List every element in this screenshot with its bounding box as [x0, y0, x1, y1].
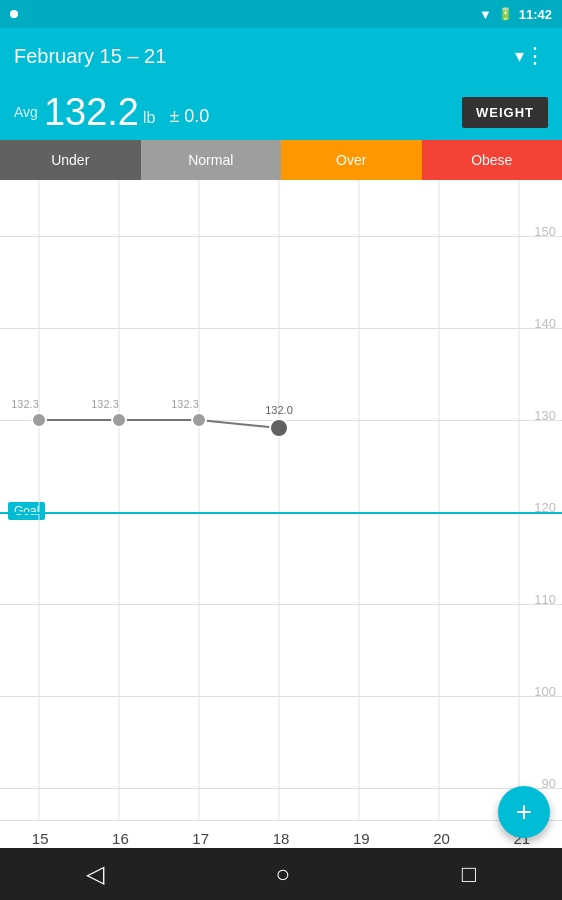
category-over[interactable]: Over	[281, 140, 422, 180]
svg-point-8	[112, 413, 126, 427]
avg-value: 132.2	[44, 93, 139, 131]
weight-button[interactable]: WEIGHT	[462, 97, 548, 128]
battery-icon: 🔋	[498, 7, 513, 21]
more-options-icon[interactable]: ⋮	[524, 43, 548, 69]
chart-svg: 132.3 132.3 132.3 132.0	[0, 180, 562, 820]
status-time: 11:42	[519, 7, 552, 22]
svg-text:132.3: 132.3	[91, 398, 119, 410]
svg-text:132.3: 132.3	[171, 398, 199, 410]
goal-line	[0, 512, 562, 514]
svg-text:132.3: 132.3	[11, 398, 39, 410]
chart-area: 150 140 130 120 110 100 90 Goal 132.3 13…	[0, 180, 562, 820]
avg-label: Avg	[14, 104, 38, 120]
recents-nav-icon[interactable]: □	[462, 860, 477, 888]
home-nav-icon[interactable]: ○	[275, 860, 290, 888]
back-nav-icon[interactable]: ◁	[86, 860, 104, 888]
notification-dot	[10, 10, 18, 18]
category-obese[interactable]: Obese	[422, 140, 563, 180]
status-left	[10, 10, 479, 18]
header: February 15 – 21 ▾ ⋮	[0, 28, 562, 84]
dropdown-icon[interactable]: ▾	[515, 45, 524, 67]
delta-value: ± 0.0	[169, 106, 209, 127]
svg-point-7	[32, 413, 46, 427]
category-normal[interactable]: Normal	[141, 140, 282, 180]
avg-row: Avg 132.2 lb ± 0.0 WEIGHT	[0, 84, 562, 140]
svg-point-10	[270, 419, 288, 437]
svg-text:132.0: 132.0	[265, 404, 293, 416]
add-entry-fab[interactable]: +	[498, 786, 550, 838]
nav-bar: ◁ ○ □	[0, 848, 562, 900]
category-under[interactable]: Under	[0, 140, 141, 180]
svg-point-9	[192, 413, 206, 427]
date-range: February 15 – 21	[14, 45, 509, 68]
status-bar: ▼ 🔋 11:42	[0, 0, 562, 28]
category-bar: Under Normal Over Obese	[0, 140, 562, 180]
wifi-icon: ▼	[479, 7, 492, 22]
unit-label: lb	[143, 109, 155, 127]
